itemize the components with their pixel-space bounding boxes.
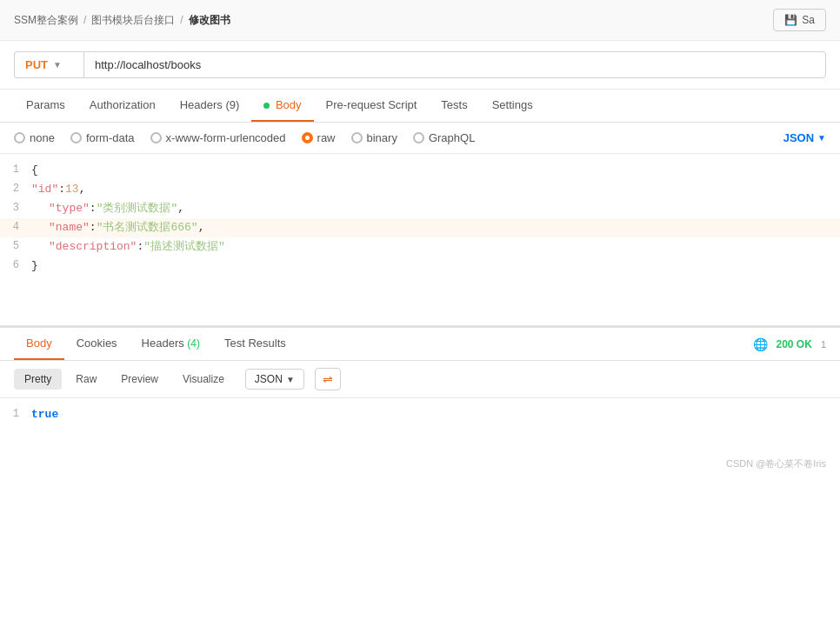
tab-headers-label: Headers (9)	[180, 98, 240, 111]
tab-params-label: Params	[26, 98, 65, 111]
breadcrumb-item-2[interactable]: 图书模块后台接口	[91, 13, 175, 28]
line-content-1: {	[31, 161, 840, 180]
response-body: 1 true	[0, 398, 840, 450]
radio-raw-dot	[302, 132, 313, 143]
body-type-bar: none form-data x-www-form-urlencoded raw…	[0, 123, 840, 154]
json-format-selector[interactable]: JSON ▼	[783, 131, 826, 144]
code-line-6: 6 }	[0, 257, 840, 276]
response-section: Body Cookies Headers (4) Test Results 🌐 …	[0, 328, 840, 450]
breadcrumb-sep-2: /	[180, 14, 183, 26]
tab-pre-request[interactable]: Pre-request Script	[314, 90, 430, 122]
radio-binary[interactable]: binary	[351, 131, 397, 144]
top-bar: SSM整合案例 / 图书模块后台接口 / 修改图书 💾 Sa	[0, 0, 840, 41]
radio-graphql-dot	[413, 132, 424, 143]
tab-body[interactable]: Body	[251, 90, 313, 122]
resp-tab-body[interactable]: Body	[14, 328, 64, 360]
tab-authorization[interactable]: Authorization	[77, 90, 168, 122]
resp-line-num-1: 1	[0, 405, 31, 423]
resp-line-content-1: true	[31, 405, 840, 424]
wrap-icon: ⇌	[323, 372, 333, 386]
code-line-1: 1 {	[0, 161, 840, 180]
line-num-3: 3	[0, 199, 31, 217]
line-num-5: 5	[0, 237, 31, 255]
url-bar: PUT ▼	[0, 41, 840, 90]
response-json-selector[interactable]: JSON ▼	[245, 369, 304, 390]
status-count: 1	[821, 339, 826, 350]
code-line-4: 4 "name":"书名测试数据666",	[0, 218, 840, 237]
resp-tab-headers-label: Headers	[142, 337, 188, 350]
resp-tab-cookies-label: Cookies	[77, 337, 117, 350]
line-content-2: "id":13,	[31, 180, 840, 199]
radio-graphql-label: GraphQL	[429, 131, 475, 144]
code-editor[interactable]: 1 { 2 "id":13, 3 "type":"类别测试数据", 4 "nam…	[0, 154, 840, 328]
response-json-chevron: ▼	[286, 375, 295, 384]
radio-form-data-dot	[70, 132, 82, 143]
radio-binary-dot	[351, 132, 363, 143]
radio-none[interactable]: none	[14, 131, 55, 144]
url-input[interactable]	[83, 51, 826, 78]
resp-tab-test-results[interactable]: Test Results	[212, 328, 298, 360]
code-line-3: 3 "type":"类别测试数据",	[0, 199, 840, 218]
line-content-3: "type":"类别测试数据",	[31, 199, 840, 218]
radio-form-data[interactable]: form-data	[70, 131, 135, 144]
tab-body-label: Body	[276, 98, 302, 111]
watermark-text: CSDN @卷心菜不卷Iris	[726, 458, 826, 469]
request-tabs: Params Authorization Headers (9) Body Pr…	[0, 90, 840, 123]
json-format-chevron: ▼	[817, 133, 826, 143]
tab-headers[interactable]: Headers (9)	[168, 90, 252, 122]
breadcrumb-item-1[interactable]: SSM整合案例	[14, 13, 78, 28]
fmt-raw-button[interactable]: Raw	[65, 369, 107, 390]
resp-line-1: 1 true	[0, 405, 840, 424]
response-json-label: JSON	[255, 373, 283, 385]
radio-urlencoded[interactable]: x-www-form-urlencoded	[150, 131, 286, 144]
resp-tab-cookies[interactable]: Cookies	[64, 328, 130, 360]
fmt-pretty-button[interactable]: Pretty	[14, 369, 62, 390]
tab-settings-label: Settings	[492, 98, 533, 111]
save-button[interactable]: 💾 Sa	[773, 9, 826, 31]
method-selector[interactable]: PUT ▼	[14, 51, 83, 78]
save-label: Sa	[802, 14, 815, 26]
line-content-4: "name":"书名测试数据666",	[31, 218, 840, 237]
radio-raw[interactable]: raw	[302, 131, 336, 144]
json-format-label: JSON	[783, 131, 814, 144]
resp-tab-headers[interactable]: Headers (4)	[130, 328, 212, 360]
tab-tests-label: Tests	[441, 98, 467, 111]
line-content-6: }	[31, 257, 840, 276]
code-line-2: 2 "id":13,	[0, 180, 840, 199]
radio-form-data-label: form-data	[86, 131, 135, 144]
fmt-preview-button[interactable]: Preview	[110, 369, 169, 390]
watermark: CSDN @卷心菜不卷Iris	[0, 450, 840, 477]
radio-raw-label: raw	[317, 131, 336, 144]
radio-urlencoded-dot	[150, 132, 162, 143]
breadcrumb-sep-1: /	[83, 14, 86, 26]
tab-params[interactable]: Params	[14, 90, 77, 122]
resp-headers-badge: (4)	[187, 337, 200, 350]
wrap-toggle-button[interactable]: ⇌	[315, 368, 341, 390]
tab-authorization-label: Authorization	[90, 98, 156, 111]
response-format-bar: Pretty Raw Preview Visualize JSON ▼ ⇌	[0, 361, 840, 398]
resp-tab-body-label: Body	[26, 337, 52, 350]
tab-tests[interactable]: Tests	[429, 90, 479, 122]
resp-tab-test-label: Test Results	[224, 337, 286, 350]
body-dot-indicator	[263, 103, 270, 109]
tab-settings[interactable]: Settings	[480, 90, 545, 122]
response-tabs: Body Cookies Headers (4) Test Results 🌐 …	[0, 328, 840, 361]
breadcrumb: SSM整合案例 / 图书模块后台接口 / 修改图书	[14, 13, 230, 28]
save-icon: 💾	[784, 14, 797, 26]
line-num-1: 1	[0, 161, 31, 178]
radio-none-dot	[14, 132, 25, 143]
line-num-6: 6	[0, 257, 31, 274]
fmt-visualize-button[interactable]: Visualize	[172, 369, 235, 390]
radio-urlencoded-label: x-www-form-urlencoded	[166, 131, 286, 144]
line-num-4: 4	[0, 218, 31, 236]
method-text: PUT	[25, 58, 48, 71]
globe-icon: 🌐	[753, 337, 768, 351]
status-ok-text: 200 OK	[777, 338, 812, 350]
chevron-down-icon: ▼	[53, 60, 62, 70]
radio-graphql[interactable]: GraphQL	[413, 131, 475, 144]
tab-pre-request-label: Pre-request Script	[326, 98, 417, 111]
breadcrumb-item-3: 修改图书	[189, 13, 230, 28]
line-num-2: 2	[0, 180, 31, 197]
code-line-5: 5 "description":"描述测试数据"	[0, 237, 840, 257]
line-content-5: "description":"描述测试数据"	[31, 237, 840, 257]
